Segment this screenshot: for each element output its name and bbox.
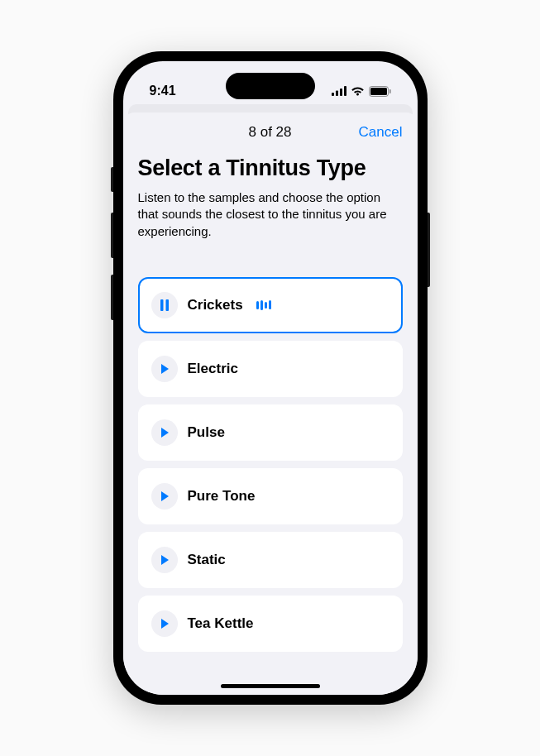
play-icon: [159, 427, 170, 438]
nav-bar: 8 of 28 Cancel: [123, 112, 418, 152]
status-icons: [332, 86, 391, 97]
option-electric[interactable]: Electric: [138, 341, 403, 397]
option-static[interactable]: Static: [138, 532, 403, 588]
option-label: Electric: [188, 361, 238, 377]
phone-power-button: [428, 213, 430, 287]
option-pure-tone[interactable]: Pure Tone: [138, 468, 403, 524]
svg-rect-7: [160, 299, 164, 311]
svg-rect-8: [165, 299, 169, 311]
status-time: 9:41: [150, 84, 176, 98]
page-title: Select a Tinnitus Type: [138, 156, 403, 181]
phone-volume-down: [111, 275, 113, 320]
phone-frame: 9:41: [113, 51, 428, 705]
option-pulse[interactable]: Pulse: [138, 404, 403, 461]
pause-icon: [160, 299, 170, 311]
phone-action-button: [111, 167, 113, 192]
play-button[interactable]: [151, 610, 178, 637]
content: Select a Tinnitus Type Listen to the sam…: [123, 152, 418, 652]
progress-indicator: 8 of 28: [249, 124, 292, 141]
play-button[interactable]: [151, 547, 178, 573]
svg-rect-5: [370, 88, 387, 95]
pause-button[interactable]: [151, 292, 178, 318]
option-list: Crickets Electric: [138, 277, 403, 652]
svg-rect-2: [340, 89, 342, 96]
play-icon: [159, 490, 170, 502]
phone-volume-up: [111, 213, 113, 258]
play-icon: [159, 618, 170, 629]
play-button[interactable]: [151, 356, 178, 382]
svg-rect-3: [344, 86, 346, 96]
wifi-icon: [351, 86, 365, 96]
option-label: Crickets: [188, 297, 243, 313]
play-button[interactable]: [151, 483, 178, 510]
svg-rect-1: [336, 91, 338, 97]
page-subtitle: Listen to the samples and choose the opt…: [138, 189, 403, 240]
svg-rect-0: [332, 93, 334, 96]
sound-wave-icon: [256, 300, 271, 310]
dynamic-island: [226, 73, 315, 99]
play-button[interactable]: [151, 419, 178, 446]
cancel-button[interactable]: Cancel: [359, 124, 403, 141]
option-label: Static: [188, 552, 226, 568]
modal-sheet: 8 of 28 Cancel Select a Tinnitus Type Li…: [123, 112, 418, 695]
cellular-icon: [332, 86, 346, 96]
option-crickets[interactable]: Crickets: [138, 277, 403, 333]
option-label: Tea Kettle: [188, 615, 254, 632]
svg-rect-6: [389, 89, 391, 93]
battery-icon: [369, 86, 391, 97]
screen: 9:41: [123, 61, 418, 695]
play-icon: [159, 554, 170, 566]
option-tea-kettle[interactable]: Tea Kettle: [138, 596, 403, 652]
play-icon: [159, 363, 170, 375]
option-label: Pulse: [188, 424, 225, 441]
home-indicator[interactable]: [221, 684, 320, 688]
option-label: Pure Tone: [188, 488, 256, 505]
